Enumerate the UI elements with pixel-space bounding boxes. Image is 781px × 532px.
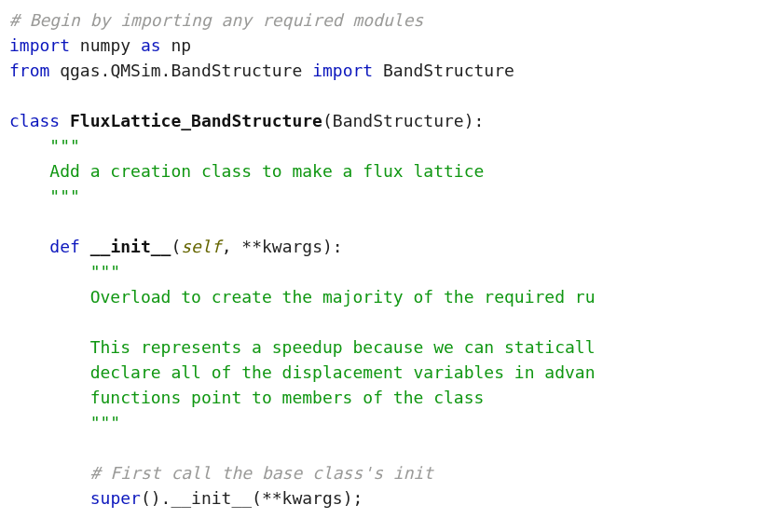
keyword-def: def	[49, 237, 80, 256]
docstring-line: Add a creation class to make a flux latt…	[9, 161, 484, 181]
imported-name: BandStructure	[373, 61, 514, 80]
class-args: (BandStructure):	[322, 111, 484, 130]
docstring-open: """	[9, 136, 80, 156]
docstring-line: declare all of the displacement variable…	[9, 362, 596, 382]
indent	[9, 488, 90, 508]
keyword-as: as	[141, 35, 161, 55]
docstring-line: Overload to create the majority of the r…	[9, 287, 596, 307]
code-block: # Begin by importing any required module…	[0, 0, 781, 518]
call-rest: ().__init__(**kwargs);	[141, 488, 363, 508]
docstring-line: functions point to members of the class	[9, 388, 484, 407]
keyword-from: from	[9, 61, 49, 80]
docstring-close: """	[9, 186, 80, 206]
space	[80, 237, 90, 256]
paren-open: (	[171, 237, 181, 256]
alias-name: np	[161, 35, 192, 55]
module-name: numpy	[70, 35, 141, 55]
keyword-class: class	[9, 111, 60, 130]
docstring-close: """	[9, 413, 120, 432]
docstring-line: This represents a speedup because we can…	[9, 337, 596, 357]
method-name: __init__	[90, 237, 171, 256]
comment-line: # Begin by importing any required module…	[9, 10, 423, 30]
keyword-import: import	[312, 61, 373, 80]
comment-line: # First call the base class's init	[9, 463, 433, 483]
indent	[9, 237, 49, 256]
module-path: qgas.QMSim.BandStructure	[49, 61, 312, 80]
params-rest: , **kwargs):	[222, 237, 343, 256]
builtin-super: super	[90, 488, 141, 508]
keyword-import: import	[9, 35, 70, 55]
space	[60, 111, 70, 130]
param-self: self	[181, 237, 221, 256]
class-name: FluxLattice_BandStructure	[70, 111, 322, 130]
docstring-open: """	[9, 262, 120, 281]
